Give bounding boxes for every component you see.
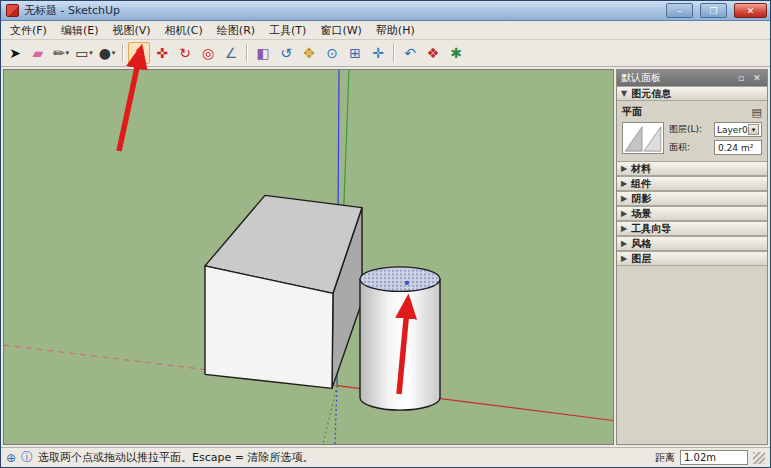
model-info-icon: ✱ [450, 46, 462, 60]
zoom-extents-tool-button[interactable]: ✛ [367, 42, 389, 64]
menu-edit[interactable]: 编辑(E) [54, 21, 106, 40]
offset-icon: ◎ [202, 46, 214, 60]
menu-window[interactable]: 窗口(W) [313, 21, 368, 40]
menu-tools[interactable]: 工具(T) [262, 21, 313, 40]
circle-icon: ● [99, 46, 111, 60]
collapsed-arrow-icon: ▶ [621, 179, 627, 188]
section-layers[interactable]: ▶ 图层 [617, 251, 767, 266]
entity-info-header[interactable]: ▼ 图元信息 [617, 86, 767, 101]
viewport-canvas[interactable] [3, 69, 614, 445]
geolocation-icon[interactable]: ⊕ [6, 451, 16, 465]
paint-bucket-tool-button[interactable]: ◧ [252, 42, 274, 64]
push-pull-icon: ⇧ [133, 46, 145, 60]
entity-detail-icon[interactable]: ▤ [752, 106, 762, 119]
collapsed-arrow-icon: ▶ [621, 224, 627, 233]
info-icon[interactable]: ⓘ [21, 449, 33, 466]
cylinder-geometry [360, 267, 440, 410]
zoom-window-icon: ⊞ [349, 46, 361, 60]
model-info-tool-button[interactable]: ✱ [445, 42, 467, 64]
area-value: 0.24 m² [714, 140, 762, 155]
cylinder-top-selection [360, 267, 440, 291]
zoom-icon: ⊙ [326, 46, 338, 60]
circle-dropdown-icon[interactable]: ▾ [112, 50, 116, 57]
cylinder-body [360, 279, 440, 410]
select-tool-button[interactable]: ➤ [4, 42, 26, 64]
section-scenes[interactable]: ▶ 场景 [617, 206, 767, 221]
panel-pin-icon[interactable]: ▫ [735, 73, 747, 83]
section-shadows-label: 阴影 [631, 192, 651, 206]
measurement-box[interactable]: 1.02m [680, 450, 748, 465]
section-scenes-label: 场景 [631, 207, 651, 221]
entity-info-label: 图元信息 [631, 87, 671, 101]
section-shadows[interactable]: ▶ 阴影 [617, 191, 767, 206]
offset-tool-button[interactable]: ◎ [197, 42, 219, 64]
materials-icon: ❖ [427, 46, 440, 60]
tape-measure-tool-button[interactable]: ∠ [220, 42, 242, 64]
eraser-tool-button[interactable]: ▰ [27, 42, 49, 64]
collapsed-arrow-icon: ▶ [621, 209, 627, 218]
section-materials[interactable]: ▶ 材料 [617, 161, 767, 176]
sketchup-window: 无标题 - SketchUp – ❐ ✕ 文件(F) 编辑(E) 视图(V) 相… [0, 0, 771, 468]
resize-grip[interactable] [753, 452, 765, 464]
eraser-icon: ▰ [33, 46, 44, 60]
close-button[interactable]: ✕ [734, 3, 767, 18]
menu-draw[interactable]: 绘图(R) [210, 21, 262, 40]
area-label: 面积: [669, 141, 711, 154]
rectangle-dropdown-icon[interactable]: ▾ [89, 50, 93, 57]
materials-tool-button[interactable]: ❖ [422, 42, 444, 64]
main-area: 默认面板 ▫ ✕ ▼ 图元信息 平面 ▤ [1, 67, 770, 447]
layer-dropdown-icon[interactable]: ▾ [748, 124, 759, 135]
maximize-button[interactable]: ❐ [700, 3, 727, 18]
toolbar-separator [122, 44, 124, 62]
inference-point [405, 281, 409, 285]
menu-camera[interactable]: 相机(C) [158, 21, 210, 40]
zoom-window-tool-button[interactable]: ⊞ [344, 42, 366, 64]
pan-tool-button[interactable]: ✥ [298, 42, 320, 64]
push-pull-tool-button[interactable]: ⇧ [128, 42, 150, 64]
face-preview [622, 122, 664, 154]
window-title: 无标题 - SketchUp [24, 3, 659, 18]
section-materials-label: 材料 [631, 162, 651, 176]
title-bar: 无标题 - SketchUp – ❐ ✕ [1, 1, 770, 21]
panel-header: 默认面板 ▫ ✕ [617, 70, 767, 86]
rotate-icon: ↻ [179, 46, 191, 60]
menu-file[interactable]: 文件(F) [3, 21, 54, 40]
collapsed-arrow-icon: ▶ [621, 254, 627, 263]
measurement-label: 距离 [655, 451, 675, 465]
layer-label: 图层(L): [669, 123, 711, 136]
menu-help[interactable]: 帮助(H) [369, 21, 422, 40]
previous-view-icon: ↶ [404, 46, 416, 60]
line-dropdown-icon[interactable]: ▾ [66, 50, 70, 57]
section-instructor[interactable]: ▶ 工具向导 [617, 221, 767, 236]
entity-type-label: 平面 [622, 105, 642, 119]
zoom-extents-icon: ✛ [372, 46, 384, 60]
minimize-button[interactable]: – [666, 3, 693, 18]
menu-view[interactable]: 视图(V) [105, 21, 157, 40]
menu-bar: 文件(F) 编辑(E) 视图(V) 相机(C) 绘图(R) 工具(T) 窗口(W… [1, 21, 770, 40]
toolbar-separator [246, 44, 248, 62]
scene-svg [4, 70, 613, 444]
tape-measure-icon: ∠ [225, 46, 238, 60]
rotate-tool-button[interactable]: ↻ [174, 42, 196, 64]
select-icon: ➤ [9, 46, 21, 60]
paint-bucket-icon: ◧ [256, 46, 269, 60]
orbit-tool-button[interactable]: ↺ [275, 42, 297, 64]
section-layers-label: 图层 [631, 252, 651, 266]
section-components-label: 组件 [631, 177, 651, 191]
panel-close-icon[interactable]: ✕ [751, 73, 763, 83]
layer-value: Layer0 [717, 125, 748, 135]
zoom-tool-button[interactable]: ⊙ [321, 42, 343, 64]
tool-bar: ➤ ▰ ✏▾ ▭▾ ●▾ ⇧ ✜ ↻ ◎ ∠ ◧ ↺ ✥ ⊙ ⊞ ✛ ↶ ❖ ✱ [1, 40, 770, 67]
circle-tool-button[interactable]: ●▾ [96, 42, 118, 64]
rectangle-tool-button[interactable]: ▭▾ [73, 42, 95, 64]
layer-select[interactable]: Layer0 ▾ [714, 122, 762, 137]
line-tool-button[interactable]: ✏▾ [50, 42, 72, 64]
section-styles[interactable]: ▶ 风格 [617, 236, 767, 251]
collapsed-arrow-icon: ▶ [621, 164, 627, 173]
move-tool-button[interactable]: ✜ [151, 42, 173, 64]
section-components[interactable]: ▶ 组件 [617, 176, 767, 191]
previous-view-tool-button[interactable]: ↶ [399, 42, 421, 64]
expanded-arrow-icon: ▼ [621, 89, 627, 98]
section-styles-label: 风格 [631, 237, 651, 251]
entity-info-body: 平面 ▤ 图层(L): Layer0 ▾ [617, 101, 767, 161]
